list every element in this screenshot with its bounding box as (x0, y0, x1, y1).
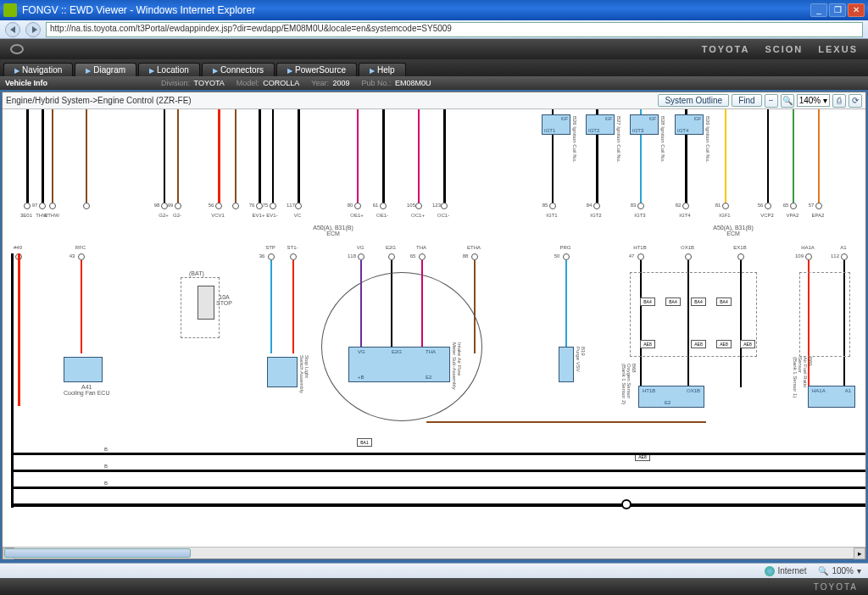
tab-diagram[interactable]: ▶Diagram (75, 63, 136, 76)
scroll-right-button[interactable]: ▸ (854, 548, 865, 559)
ignition-coil-box: IGFIGT1 (542, 114, 570, 135)
zoom-select[interactable]: 140% ▾ (797, 94, 830, 107)
url-input[interactable]: http://na.tis.toyota.com/t3Portal/ewdapp… (46, 22, 863, 37)
ie-zoom-value[interactable]: 100% (832, 566, 854, 576)
wire (793, 109, 794, 204)
o2-box: HT1B OX1B E2 (638, 386, 704, 408)
footer-bar: TOYOTA (0, 578, 868, 595)
wire (42, 109, 44, 204)
purge-vsv-box (559, 347, 574, 382)
junction-box: AE8 (640, 340, 655, 348)
toyota-logo-icon (10, 44, 24, 54)
bus-junction-node (621, 499, 632, 509)
refresh-icon[interactable]: ⟳ (849, 94, 862, 108)
wire (443, 109, 446, 204)
tab-connectors[interactable]: ▶Connectors (202, 63, 275, 76)
print-icon[interactable]: ⎙ (832, 94, 846, 108)
junction-box: AE8 (716, 340, 732, 348)
address-bar: http://na.tis.toyota.com/t3Portal/ewdapp… (0, 20, 868, 39)
wire (259, 109, 261, 204)
fuse-stop (198, 286, 214, 320)
zone-label: Internet (778, 566, 807, 576)
system-outline-button[interactable]: System Outline (658, 94, 729, 107)
zoom-in-icon[interactable]: 🔍 (781, 94, 794, 108)
diagram-viewer: Engine/Hybrid System->Engine Control (2Z… (2, 92, 866, 559)
wire (86, 109, 87, 204)
tab-help[interactable]: ▶Help (359, 63, 406, 76)
junction-box: BA4 (665, 298, 681, 306)
tab-navigation[interactable]: ▶Navigation (3, 63, 73, 76)
internet-zone-icon (765, 566, 775, 576)
wire (382, 109, 385, 204)
brand-scion: SCION (765, 44, 803, 54)
viewer-toolbar: Engine/Hybrid System->Engine Control (2Z… (3, 92, 865, 109)
afr-area (799, 272, 850, 357)
highlight-circle (321, 272, 482, 421)
junction-box: BA4 (716, 298, 732, 306)
cooling-fan-ecu-label: A41 Cooling Fan ECU (64, 384, 109, 396)
wire (272, 109, 274, 204)
ecm-label-2: A50(A), B31(B) ECM (708, 225, 759, 236)
junction-box: BA1 (357, 438, 372, 447)
junction-box: AE8 (740, 340, 755, 348)
wire (164, 109, 165, 204)
ie-icon (3, 3, 17, 17)
brand-bar: TOYOTA SCION LEXUS (0, 39, 868, 59)
horizontal-scrollbar[interactable]: ◂ ▸ (3, 547, 865, 559)
wire (818, 109, 820, 204)
maximize-button[interactable]: ❐ (829, 3, 846, 17)
junction-box: BA4 (640, 298, 655, 306)
wire (218, 109, 220, 204)
window-titlebar: FONGV :: EWD Viewer - Windows Internet E… (0, 0, 868, 20)
junction-box: AE8 (691, 340, 706, 348)
bus-line (11, 453, 865, 455)
scroll-thumb[interactable] (4, 548, 191, 558)
tab-location[interactable]: ▶Location (138, 63, 200, 76)
wire (357, 109, 359, 204)
brand-toyota: TOYOTA (702, 44, 750, 54)
close-button[interactable]: ✕ (848, 3, 865, 17)
ecm-label-1: A50(A), B31(B) ECM (308, 225, 359, 236)
ignition-coil-box: IGFIGT4 (675, 114, 704, 135)
vehicle-info-heading: Vehicle Info (5, 79, 47, 87)
brand-lexus: LEXUS (818, 44, 858, 54)
junction-box: BA4 (691, 298, 706, 306)
vehicle-info-bar: Vehicle Info Division: TOYOTA Model: COR… (0, 76, 868, 90)
find-button[interactable]: Find (732, 94, 761, 107)
stop-light-switch-box (267, 357, 298, 387)
ie-zoom-icon[interactable]: 🔍 (818, 566, 828, 576)
wire (235, 109, 236, 204)
forward-button[interactable] (25, 22, 41, 37)
cooling-fan-ecu-box (64, 357, 103, 382)
wire (725, 109, 726, 204)
ie-status-bar: Internet 🔍 100% ▾ (0, 563, 868, 578)
wire (298, 109, 300, 204)
ignition-coil-box: IGFIGT3 (630, 114, 659, 135)
ignition-coil-box: IGFIGT2 (586, 114, 615, 135)
nav-tabs: ▶Navigation ▶Diagram ▶Location ▶Connecto… (0, 59, 868, 76)
back-button[interactable] (5, 22, 20, 37)
window-title: FONGV :: EWD Viewer - Windows Internet E… (22, 4, 255, 16)
minimize-button[interactable]: _ (810, 3, 827, 17)
wire (767, 109, 769, 204)
diagram-canvas[interactable]: 3E0197THWETHW98G2+99G2-56VCV176EV1+75EV1… (3, 109, 865, 547)
breadcrumb: Engine/Hybrid System->Engine Control (2Z… (6, 96, 192, 105)
tab-powersource[interactable]: ▶PowerSource (276, 63, 357, 76)
wire (26, 109, 29, 204)
afr-box: HA1A A1 (808, 386, 855, 408)
wire (418, 109, 420, 204)
wire (177, 109, 179, 204)
wire (52, 109, 53, 204)
zoom-out-icon[interactable]: − (765, 94, 778, 108)
